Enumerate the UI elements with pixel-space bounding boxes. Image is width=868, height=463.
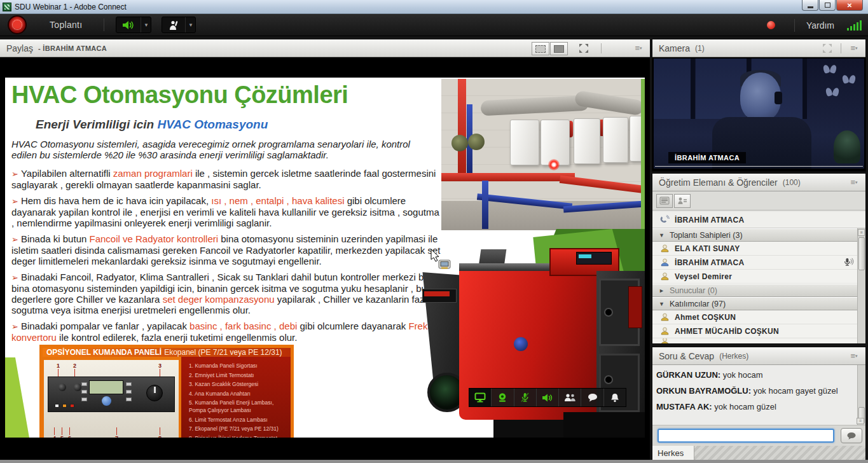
chat-input[interactable]	[658, 429, 834, 443]
qa-scrollbar[interactable]	[857, 365, 865, 425]
attendee-name: Veysel Demirer	[675, 272, 732, 281]
attendee-row[interactable]: İBRAHİM ATMACA	[652, 256, 857, 270]
panel-number: 5	[60, 435, 64, 438]
presenter-view-button[interactable]	[532, 42, 549, 55]
menu-help[interactable]: Yardım	[806, 20, 834, 31]
speaker-icon	[542, 393, 553, 403]
attendees-pod-menu-icon[interactable]: ≡	[846, 177, 862, 188]
monitor-icon	[474, 392, 486, 403]
share-content-area: HVAC Otomasyonu Çözümleri Enerji Verimli…	[0, 57, 650, 460]
maximize-button[interactable]	[819, 0, 836, 11]
speaker-button[interactable]	[116, 17, 141, 32]
webcam-button[interactable]	[492, 389, 514, 406]
qa-author: GÜRKAN UZUN:	[656, 370, 720, 380]
attendee-avatar	[660, 338, 670, 343]
attendee-row[interactable]	[652, 338, 857, 343]
send-chat-bubble-icon	[846, 432, 857, 440]
qa-pod: Soru & Cevap (Herkes) ≡ GÜRKAN UZUN: yok…	[652, 347, 866, 460]
attendees-pod-count: (100)	[783, 178, 801, 187]
connection-signal-icon[interactable]	[846, 20, 862, 31]
close-button[interactable]: ✕	[836, 0, 863, 11]
attendee-avatar-icon	[660, 272, 670, 281]
slide-bullet: ➢Hem dis hava hem de ic hava icin yapila…	[11, 195, 444, 228]
attendee-row[interactable]: Ahmet COŞKUN	[652, 310, 857, 324]
menu-bar: Toplantı ▼ ▼	[0, 14, 868, 36]
bullet-text: Yapilabilen alternatifli	[21, 168, 113, 179]
attendee-row[interactable]: AHMET MÜCAHİD COŞKUN	[652, 324, 857, 338]
bullet-text: ile kontrol edilerek, fazla enerji tuket…	[57, 332, 298, 343]
speaker-icon	[122, 20, 135, 31]
mouse-cursor-icon	[430, 249, 455, 272]
bullet-arrow-icon: ➢	[11, 273, 18, 282]
qa-pod-scope: (Herkes)	[719, 352, 748, 361]
send-message-button[interactable]	[841, 428, 862, 443]
speaker-toolbar-button[interactable]	[537, 389, 559, 406]
qa-author: MUSTAFA AK:	[656, 402, 712, 411]
fullscreen-button[interactable]	[579, 43, 589, 53]
attendee-row[interactable]: ELA KATI SUNAY	[652, 242, 857, 256]
bullet-text: Binada ki butun	[21, 233, 90, 244]
attendee-avatar	[660, 272, 670, 281]
notifications-button[interactable]	[604, 389, 626, 406]
group-label: Toplantı Sahipleri (3)	[670, 231, 743, 240]
control-panel-legend: 1. Kumanda Paneli Sigortası2. Emniyet Li…	[181, 357, 291, 438]
control-panel-photo: 12345678	[44, 360, 179, 438]
full-pod-view-button[interactable]	[550, 42, 568, 55]
mic-dropdown[interactable]: ▼	[185, 17, 195, 32]
panel-number: 1	[57, 363, 60, 369]
window-bottom-border	[0, 460, 868, 463]
bullet-arrow-icon: ➢	[11, 169, 18, 179]
boiler-room-photo	[441, 79, 645, 230]
panel-number: 8	[158, 435, 162, 438]
qa-tab-row: Herkes	[652, 446, 865, 460]
attendee-list-view-button[interactable]	[656, 194, 673, 208]
panel-number: 4	[53, 435, 56, 438]
microphone-muted-button[interactable]	[514, 389, 537, 406]
webcam-icon	[497, 392, 507, 403]
attendee-avatar	[660, 326, 670, 336]
camera-pod-menu-icon[interactable]: ≡	[846, 43, 862, 54]
bullet-text: set deger kompanzasyonu	[163, 294, 275, 305]
qa-input-row: =	[652, 425, 865, 446]
attendee-group-header[interactable]: ▼Katılımcılar (97)	[652, 297, 857, 310]
qa-pod-menu-icon[interactable]: ≡	[846, 350, 862, 362]
phone-icon	[659, 215, 670, 225]
tab-everyone[interactable]: Herkes	[652, 446, 694, 460]
minimize-button[interactable]	[802, 0, 818, 11]
share-pod: Paylaş - İBRAHİM ATMACA ≡ HVAC Otomasyon…	[0, 39, 650, 463]
attendee-name: AHMET MÜCAHİD COŞKUN	[675, 327, 779, 336]
share-pod-menu-icon[interactable]: ≡	[631, 43, 646, 54]
mic-active-icon	[842, 257, 855, 267]
attendee-row[interactable]: Veysel Demirer	[652, 270, 857, 284]
attendee-status-view-button[interactable]	[674, 194, 691, 208]
camera-fullscreen-button[interactable]	[822, 43, 832, 53]
attendees-pod-title: Öğretim Elemanı & Öğrenciler	[659, 177, 778, 188]
control-panel-figure-title: OPSİYONEL KUMANDA PANELİ Ekopanel (PE 7/…	[43, 348, 291, 357]
panel-number: 2	[73, 363, 76, 369]
attendees-toolbar	[652, 191, 865, 211]
chat-bubble-icon	[588, 393, 598, 402]
menu-meeting[interactable]: Toplantı	[50, 20, 82, 30]
camera-pod-title: Kamera	[659, 43, 690, 53]
panel-legend-item: 3. Kazan Sıcaklık Göstergesi	[189, 380, 288, 388]
attendee-group-header[interactable]: ►Sunucular (0)	[652, 284, 857, 297]
attendee-group-header[interactable]: ▼Toplantı Sahipleri (3)	[652, 228, 857, 242]
camera-pod-count: (1)	[695, 44, 705, 53]
panel-number: 3	[158, 363, 162, 369]
active-speaker-row[interactable]: İBRAHİM ATMACA	[652, 212, 865, 228]
attendees-scrollbar[interactable]: ≡	[857, 228, 865, 343]
qa-text: yok hocam gayet güzel	[751, 386, 838, 396]
attendees-button[interactable]	[559, 389, 581, 406]
share-pod-header: Paylaş - İBRAHİM ATMACA ≡	[0, 39, 650, 57]
share-screen-button[interactable]	[469, 389, 492, 406]
floating-toolbar	[469, 388, 626, 407]
attendee-avatar	[660, 312, 670, 322]
panel-number: 7	[115, 435, 118, 438]
raise-hand-button[interactable]	[162, 17, 185, 32]
qa-message-list: GÜRKAN UZUN: yok hocamORKUN BAYRAMOĞLU: …	[652, 365, 857, 425]
mic-muted-icon	[520, 392, 530, 403]
attendee-avatar-icon	[660, 244, 670, 253]
speaker-dropdown[interactable]: ▼	[141, 17, 151, 32]
chat-button[interactable]	[581, 389, 603, 406]
group-label: Katılımcılar (97)	[670, 300, 726, 308]
